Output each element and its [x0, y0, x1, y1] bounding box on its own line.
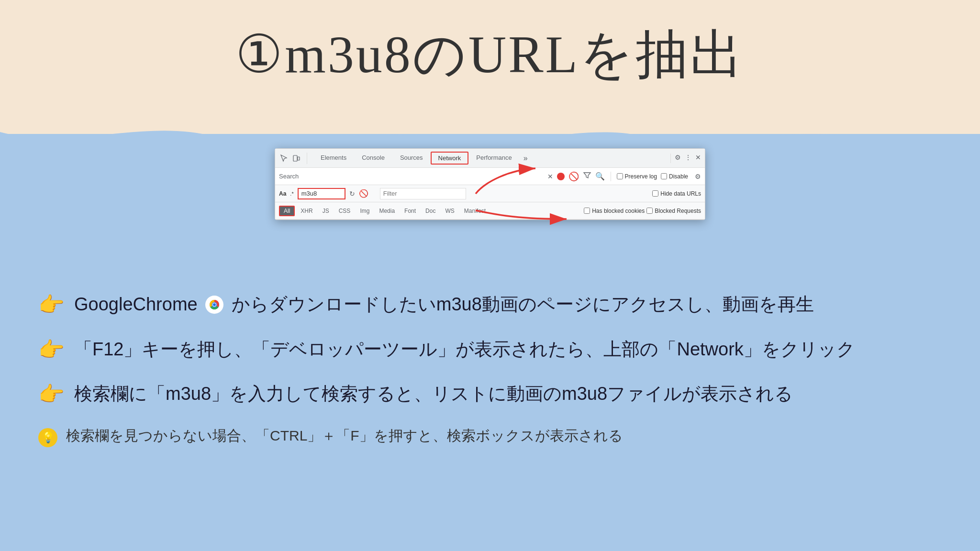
- divider2: [670, 154, 671, 163]
- devtools-tab-list: Elements Console Sources Network Perform…: [313, 151, 668, 165]
- bullet-text-1: GoogleChrome からダウンロ: [74, 292, 814, 317]
- aa-label: Aa: [279, 190, 286, 197]
- type-js-button[interactable]: JS: [319, 207, 333, 215]
- type-manifest-button[interactable]: Manifest: [460, 207, 490, 215]
- type-all-button[interactable]: All: [279, 206, 295, 216]
- close-icon[interactable]: ✕: [695, 154, 701, 163]
- preserve-log-checkbox[interactable]: Preserve log: [617, 173, 657, 180]
- refresh-icon[interactable]: ↻: [349, 190, 355, 198]
- devtools-screenshot: Elements Console Sources Network Perform…: [275, 148, 705, 220]
- header-area: ①m3u8のURLを抽出: [0, 0, 980, 134]
- svg-rect-1: [298, 157, 300, 160]
- devtools-action-icons: ⚙ ⋮ ✕: [670, 154, 701, 163]
- page-title: ①m3u8のURLを抽出: [0, 0, 980, 90]
- has-blocked-cookies-checkbox[interactable]: Has blocked cookies: [584, 208, 645, 214]
- tip-item: 💡 検索欄を見つからない場合、「CTRL」＋「F」を押すと、検索ボックスが表示さ…: [38, 426, 938, 447]
- record-button[interactable]: [557, 173, 565, 180]
- type-xhr-button[interactable]: XHR: [297, 207, 316, 215]
- type-doc-button[interactable]: Doc: [422, 207, 439, 215]
- tip-text: 検索欄を見つからない場合、「CTRL」＋「F」を押すと、検索ボックスが表示される: [66, 426, 623, 446]
- search-label: Search: [279, 173, 299, 180]
- type-media-button[interactable]: Media: [375, 207, 399, 215]
- type-ws-button[interactable]: WS: [441, 207, 458, 215]
- device-icon: [291, 154, 301, 163]
- tab-console[interactable]: Console: [354, 151, 392, 165]
- close-search-icon[interactable]: ✕: [547, 173, 553, 180]
- filter-input[interactable]: [380, 188, 466, 199]
- filter-row: Aa .* ↻ 🚫 Hide data URLs: [275, 185, 705, 202]
- devtools-icon-group: [279, 154, 301, 163]
- type-filter-row: All XHR JS CSS Img Media Font Doc WS Man…: [275, 202, 705, 220]
- tab-elements[interactable]: Elements: [313, 151, 354, 165]
- bullet-icon-1: 👉: [38, 290, 65, 320]
- bullet-2: 👉 「F12」キーを押し、「デベロッパーツール」が表示されたら、上部の「Netw…: [38, 337, 938, 364]
- blocked-requests-checkbox[interactable]: Blocked Requests: [646, 208, 701, 214]
- bullet-icon-3: 👉: [38, 379, 65, 409]
- svg-point-10: [213, 303, 216, 306]
- bullet-text-2: 「F12」キーを押し、「デベロッパーツール」が表示されたら、上部の「Networ…: [74, 337, 855, 362]
- filter-funnel-icon[interactable]: [583, 171, 591, 182]
- cursor-icon: [279, 154, 289, 163]
- divider3: [611, 172, 611, 181]
- tab-sources[interactable]: Sources: [392, 151, 431, 165]
- divider: [307, 153, 307, 164]
- bullet-icon-2: 👉: [38, 335, 65, 364]
- bullet-text-3: 検索欄に「m3u8」を入力して検索すると、リストに動画のm3u8ファイルが表示さ…: [74, 381, 793, 407]
- tab-network[interactable]: Network: [431, 152, 469, 165]
- tip-icon: 💡: [38, 428, 57, 447]
- type-css-button[interactable]: CSS: [335, 207, 355, 215]
- chrome-icon: [205, 295, 223, 313]
- hide-data-urls-checkbox[interactable]: Hide data URLs: [652, 190, 701, 197]
- block-input-icon[interactable]: 🚫: [359, 189, 368, 198]
- more-settings-icon[interactable]: ⚙: [695, 173, 701, 180]
- search-bar-row: Search ✕ 🚫 🔍 Preserve log Disable ⚙: [275, 168, 705, 185]
- block-icon[interactable]: 🚫: [568, 171, 579, 182]
- bullets-area: 👉 GoogleChrome: [38, 292, 938, 447]
- search-icon[interactable]: 🔍: [595, 172, 605, 181]
- tab-performance[interactable]: Performance: [468, 151, 519, 165]
- svg-rect-0: [293, 155, 297, 161]
- devtools-toolbar: Elements Console Sources Network Perform…: [275, 149, 705, 168]
- type-img-button[interactable]: Img: [356, 207, 373, 215]
- search-input[interactable]: [298, 188, 345, 199]
- type-font-button[interactable]: Font: [401, 207, 420, 215]
- more-options-icon[interactable]: ⋮: [685, 154, 691, 163]
- bullet-1: 👉 GoogleChrome: [38, 292, 938, 320]
- more-tabs-icon[interactable]: »: [520, 154, 532, 163]
- regex-label: .*: [290, 191, 293, 197]
- bullet-3: 👉 検索欄に「m3u8」を入力して検索すると、リストに動画のm3u8ファイルが表…: [38, 381, 938, 409]
- settings-icon[interactable]: ⚙: [675, 154, 681, 163]
- disable-cache-checkbox[interactable]: Disable: [661, 173, 688, 180]
